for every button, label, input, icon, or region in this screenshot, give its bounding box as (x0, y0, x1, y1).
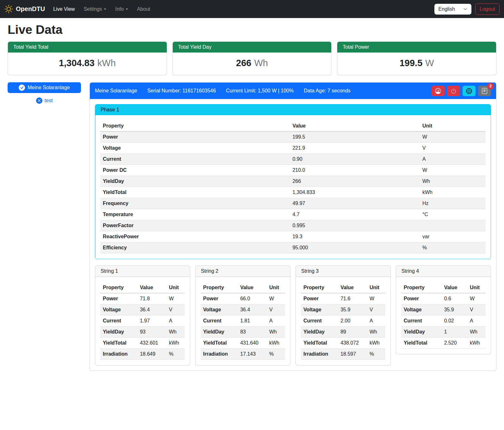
column-unit: Unit (367, 282, 385, 293)
property-cell: Voltage (301, 304, 338, 315)
nav-settings[interactable]: Settings (79, 4, 111, 15)
value-cell: 431.640 (238, 338, 267, 349)
property-cell: Current (100, 315, 137, 327)
journal-text-icon (482, 88, 488, 94)
chevron-down-icon (463, 7, 467, 11)
value-cell: 49.97 (290, 198, 417, 209)
value-cell: 0.02 (442, 315, 467, 327)
table-row: Temperature 4.7 °C (100, 209, 486, 220)
value-cell: 18.649 (137, 349, 166, 360)
limit-settings-button[interactable] (432, 86, 445, 96)
phase-panel: Phase 1 Property Value Unit Power (95, 104, 491, 259)
inverter-limit: Current Limit: 1,500 W | 100% (226, 88, 294, 94)
inverter-actions: 2 (432, 86, 491, 96)
value-cell: 1.81 (238, 315, 267, 327)
power-icon (451, 88, 457, 94)
property-cell: Frequency (100, 198, 290, 209)
value-cell: 1 (442, 327, 467, 338)
column-property: Property (401, 282, 442, 293)
nav-info[interactable]: Info (111, 4, 133, 15)
table-row: ReactivePower 19.3 var (100, 231, 486, 242)
table-row: PowerFactor 0.995 (100, 220, 486, 231)
unit-cell: W (166, 293, 185, 304)
property-cell: YieldDay (301, 327, 338, 338)
string-card: String 3 Property Value Unit Power 71.6 … (296, 265, 391, 365)
speedometer-icon (435, 88, 441, 94)
inverter-serial: Serial Number: 116171603546 (147, 88, 216, 94)
brand[interactable]: OpenDTU (4, 5, 45, 13)
unit-cell: V (467, 304, 486, 315)
unit-cell: V (166, 304, 185, 315)
language-select[interactable]: English (434, 4, 471, 15)
table-row: Power 71.8 W (100, 293, 185, 304)
nav-live-view[interactable]: Live View (49, 4, 79, 15)
inverter-sidebar: Meine Solaranlage test (8, 82, 81, 104)
table-row: Current 1.97 A (100, 315, 185, 327)
sidebar-item-test[interactable]: test (8, 97, 81, 104)
nav-links: Live View Settings Info About (49, 4, 155, 15)
value-cell: 266 (290, 176, 417, 187)
sidebar-item-meine-solaranlage[interactable]: Meine Solaranlage (8, 82, 81, 93)
summary-unit: W (425, 58, 434, 68)
string-card-title: String 2 (196, 266, 290, 277)
inverter-name: Meine Solaranlage (95, 88, 137, 94)
column-property: Property (100, 282, 137, 293)
power-settings-button[interactable] (447, 86, 460, 96)
column-unit: Unit (417, 121, 486, 132)
summary-card-title: Total Power (337, 42, 496, 53)
table-header-row: Property Value Unit (100, 282, 185, 293)
value-cell: 18.597 (338, 349, 367, 360)
property-cell: Power (401, 293, 442, 304)
string-card: String 4 Property Value Unit Power 0.6 W… (396, 265, 491, 354)
unit-cell (417, 220, 486, 231)
value-cell: 4.7 (290, 209, 417, 220)
table-row: YieldDay 89 Wh (301, 327, 385, 338)
string-card-title: String 3 (296, 266, 390, 277)
property-cell: Power (100, 132, 290, 143)
phase-table-body: Power 199.5 W Voltage 221.9 V Current 0.… (100, 132, 486, 253)
unit-cell: Hz (417, 198, 486, 209)
summary-unit: Wh (254, 58, 268, 68)
column-property: Property (100, 121, 290, 132)
unit-cell: W (417, 165, 486, 176)
value-cell: 199.5 (290, 132, 417, 143)
inverter-data-age: Data Age: 7 seconds (304, 88, 351, 94)
string-table: Property Value Unit Power 66.0 W Voltage… (201, 282, 285, 360)
table-row: Irradiation 18.597 % (301, 349, 385, 360)
value-cell: 71.6 (338, 293, 367, 304)
nav-about[interactable]: About (133, 4, 155, 15)
value-cell: 71.8 (137, 293, 166, 304)
table-row: Irradiation 17.143 % (201, 349, 285, 360)
unit-cell: % (267, 349, 285, 360)
value-cell: 432.601 (137, 338, 166, 349)
table-row: Current 2.00 A (301, 315, 385, 327)
table-row: Voltage 35.9 V (401, 304, 486, 315)
unit-cell: Wh (467, 327, 486, 338)
table-row: Voltage 35.9 V (301, 304, 385, 315)
table-header-row: Property Value Unit (201, 282, 285, 293)
value-cell: 83 (238, 327, 267, 338)
table-row: Irradiation 18.649 % (100, 349, 185, 360)
column-unit: Unit (467, 282, 486, 293)
table-row: YieldTotal 2.520 kWh (401, 338, 486, 349)
string-table: Property Value Unit Power 71.6 W Voltage… (301, 282, 385, 360)
unit-cell: Wh (417, 176, 486, 187)
device-info-button[interactable] (463, 86, 476, 96)
property-cell: Irradiation (201, 349, 238, 360)
property-cell: PowerFactor (100, 220, 290, 231)
property-cell: YieldDay (100, 327, 137, 338)
value-cell: 17.143 (238, 349, 267, 360)
value-cell: 66.0 (238, 293, 267, 304)
table-row: Power 199.5 W (100, 132, 486, 143)
table-row: Voltage 36.4 V (201, 304, 285, 315)
property-cell: Power (100, 293, 137, 304)
property-cell: YieldDay (201, 327, 238, 338)
logout-button[interactable]: Logout (475, 3, 500, 15)
page-content: Live Data Total Yield Total 1,304.83kWh … (0, 23, 504, 380)
table-row: YieldDay 93 Wh (100, 327, 185, 338)
value-cell: 1.97 (137, 315, 166, 327)
event-log-button[interactable]: 2 (478, 86, 491, 96)
column-unit: Unit (267, 282, 285, 293)
string-card: String 2 Property Value Unit Power 66.0 … (195, 265, 290, 365)
unit-cell: kWh (267, 338, 285, 349)
